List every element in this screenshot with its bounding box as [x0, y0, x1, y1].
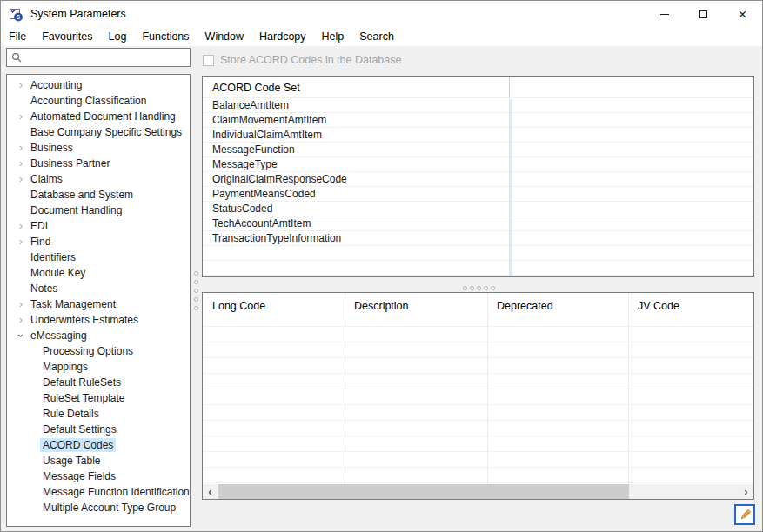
tree-expander-icon[interactable]: › — [14, 111, 28, 122]
column-divider[interactable] — [509, 77, 510, 98]
splitter-dot — [194, 306, 198, 310]
acord-code-set-row[interactable]: MessageType — [203, 157, 753, 172]
tree-item-ruleset-template[interactable]: RuleSet Template — [7, 390, 190, 406]
column-header-jv-code[interactable]: JV Code — [638, 300, 679, 312]
acord-code-set-row[interactable]: StatusCoded — [203, 202, 753, 216]
vertical-splitter[interactable] — [192, 271, 199, 310]
tree-item-label: Document Handling — [28, 203, 124, 217]
tree-item-notes[interactable]: Notes — [7, 281, 190, 296]
search-input[interactable] — [23, 50, 190, 65]
acord-code-set-row[interactable]: TransactionTypeInformation — [203, 231, 753, 246]
empty-row — [203, 246, 753, 261]
tree-item-message-fields[interactable]: Message Fields — [7, 469, 190, 484]
tree-item-automated-document-handling[interactable]: ›Automated Document Handling — [7, 109, 190, 124]
menu-search[interactable]: Search — [351, 28, 402, 45]
tree-item-document-handling[interactable]: Document Handling — [7, 203, 190, 218]
splitter-dot — [194, 297, 198, 302]
store-acord-codes-checkbox[interactable] — [203, 55, 214, 66]
tree-item-business-partner[interactable]: ›Business Partner — [7, 156, 190, 171]
column-header-deprecated[interactable]: Deprecated — [497, 300, 553, 312]
tree-item-label: Database and System — [28, 188, 136, 202]
tree-item-message-function-identification[interactable]: Message Function Identification — [7, 484, 190, 500]
splitter-dot — [194, 271, 198, 276]
tree-item-acord-codes[interactable]: ACORD Codes — [7, 437, 190, 453]
menu-file[interactable]: File — [1, 28, 34, 45]
tree-expander-icon[interactable]: › — [14, 174, 28, 184]
minimize-icon — [660, 14, 669, 15]
system-parameters-window: S System Parameters × FileFavouritesLogF… — [0, 0, 763, 532]
tree-expander-icon[interactable]: › — [14, 236, 28, 247]
menu-log[interactable]: Log — [101, 28, 135, 45]
menu-hardcopy[interactable]: Hardcopy — [251, 28, 314, 45]
column-header-description[interactable]: Description — [354, 300, 409, 312]
tree-item-label: Claims — [28, 172, 65, 186]
acord-code-set-header[interactable]: ACORD Code Set — [203, 77, 753, 98]
scrollbar-thumb[interactable] — [218, 484, 629, 499]
tree-item-accounting[interactable]: ›Accounting — [7, 77, 190, 93]
tree-item-label: Message Function Identification — [40, 485, 191, 499]
maximize-button[interactable] — [684, 1, 723, 27]
tree-search-box — [6, 48, 191, 67]
tree-expander-icon[interactable]: › — [14, 221, 28, 231]
tree-item-accounting-classification[interactable]: Accounting Classification — [7, 93, 190, 109]
tree-expander-icon[interactable]: › — [14, 143, 28, 153]
edit-button[interactable] — [734, 504, 755, 525]
splitter-dot — [194, 280, 198, 284]
acord-code-set-row[interactable]: IndividualClaimAmtItem — [203, 128, 753, 143]
tree-item-task-management[interactable]: ›Task Management — [7, 296, 190, 312]
window-title: System Parameters — [30, 8, 126, 20]
tree-item-label: RuleSet Template — [40, 391, 128, 405]
tree-item-label: Mappings — [40, 360, 90, 374]
acord-code-set-row[interactable]: PaymentMeansCoded — [203, 187, 753, 202]
close-button[interactable]: × — [723, 1, 762, 27]
app-icon: S — [8, 6, 23, 22]
column-header-long-code[interactable]: Long Code — [212, 300, 265, 312]
tree-item-label: Default RuleSets — [40, 376, 124, 389]
title-bar: S System Parameters × — [1, 1, 762, 27]
tree-item-label: Underwriters Estimates — [28, 313, 141, 327]
menu-functions[interactable]: Functions — [134, 28, 197, 45]
horizontal-splitter[interactable] — [463, 284, 495, 291]
acord-code-set-row[interactable]: TechAccountAmtItem — [203, 216, 753, 231]
tree-item-mappings[interactable]: Mappings — [7, 359, 190, 375]
tree-item-label: Usage Table — [40, 454, 104, 468]
tree-item-module-key[interactable]: Module Key — [7, 265, 190, 281]
acord-code-set-row[interactable]: MessageFunction — [203, 143, 753, 157]
store-acord-codes-row: Store ACORD Codes in the Database — [203, 54, 401, 66]
menu-window[interactable]: Window — [197, 28, 251, 45]
tree-item-find[interactable]: ›Find — [7, 234, 190, 249]
tree-item-default-rulesets[interactable]: Default RuleSets — [7, 375, 190, 390]
acord-code-set-row[interactable]: BalanceAmtItem — [203, 98, 753, 113]
menu-favourites[interactable]: Favourites — [34, 28, 100, 45]
scroll-left-arrow[interactable]: ‹ — [203, 484, 218, 499]
tree-expander-icon[interactable]: › — [14, 80, 28, 90]
tree-item-processing-options[interactable]: Processing Options — [7, 343, 190, 359]
tree-item-default-settings[interactable]: Default Settings — [7, 422, 190, 437]
acord-code-set-row[interactable]: OriginalClaimResponseCode — [203, 172, 753, 187]
tree-item-label: Task Management — [28, 297, 118, 311]
splitter-dot — [491, 286, 495, 290]
tree-expander-icon[interactable]: › — [14, 299, 28, 309]
tree-item-label: eMessaging — [28, 329, 90, 342]
tree-item-database-and-system[interactable]: Database and System — [7, 187, 190, 203]
acord-code-set-row[interactable]: ClaimMovementAmtItem — [203, 113, 753, 128]
tree-expander-icon[interactable]: › — [14, 158, 28, 169]
horizontal-scrollbar[interactable]: ‹ › — [203, 484, 753, 499]
column-grid-line — [487, 293, 488, 484]
tree-item-underwriters-estimates[interactable]: ›Underwriters Estimates — [7, 312, 190, 328]
tree-item-usage-table[interactable]: Usage Table — [7, 453, 190, 469]
tree-item-multiple-account-type-group[interactable]: Multiple Account Type Group — [7, 500, 190, 515]
splitter-dot — [463, 286, 467, 290]
minimize-button[interactable] — [645, 1, 684, 27]
tree-item-business[interactable]: ›Business — [7, 140, 190, 156]
tree-item-identifiers[interactable]: Identifiers — [7, 249, 190, 265]
tree-item-claims[interactable]: ›Claims — [7, 171, 190, 187]
tree-expander-icon[interactable]: › — [16, 329, 26, 342]
tree-item-base-company-specific-settings[interactable]: Base Company Specific Settings — [7, 124, 190, 140]
tree-expander-icon[interactable]: › — [14, 315, 28, 325]
menu-help[interactable]: Help — [314, 28, 352, 45]
tree-item-rule-details[interactable]: Rule Details — [7, 406, 190, 422]
tree-item-emessaging[interactable]: ›eMessaging — [7, 328, 190, 343]
scroll-right-arrow[interactable]: › — [739, 484, 753, 499]
tree-item-edi[interactable]: ›EDI — [7, 218, 190, 234]
